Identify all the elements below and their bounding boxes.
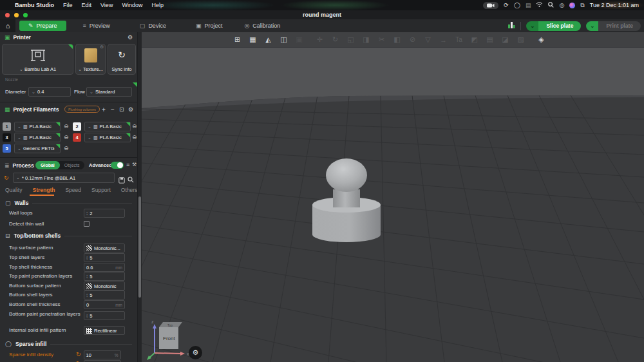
tab-others[interactable]: Others [116, 187, 137, 193]
save-preset-icon[interactable] [118, 175, 125, 186]
restart-icon[interactable]: ⟳ [504, 3, 509, 8]
filament-edit-icon[interactable]: ⊖ [64, 123, 69, 129]
advanced-toggle[interactable] [111, 162, 124, 169]
axis-z-label: z [151, 319, 154, 324]
view-list-icon[interactable]: ≡ [126, 162, 129, 168]
menu-view[interactable]: View [100, 2, 113, 8]
slice-plate-label: Slice plate [538, 21, 581, 31]
slice-plate-button[interactable]: ⌄ Slice plate [526, 21, 581, 31]
top-surface-pattern-dropdown[interactable]: Monotonic... [84, 243, 125, 252]
auto-orient-icon[interactable]: ◭ [263, 34, 274, 45]
scene-canvas[interactable]: z x Top Front [142, 32, 644, 362]
menu-clock[interactable]: Tue 2 Dec 1:01 am [590, 2, 639, 8]
top-shell-thickness-input[interactable]: 0.6 mm [84, 263, 125, 272]
assembly-view-icon[interactable]: ◈ [536, 34, 547, 45]
sync-info-card[interactable]: ↻ Sync info [108, 44, 136, 75]
menu-edit[interactable]: Edit [82, 2, 92, 8]
printer-settings-gear-icon[interactable]: ⚙ [128, 34, 133, 41]
bottom-paint-layers-spinner[interactable]: ˄˅ 5 [84, 311, 125, 320]
plate-settings-button[interactable]: ⚙ [189, 346, 202, 359]
wifi-icon[interactable] [536, 2, 543, 8]
scope-objects[interactable]: Objects [60, 163, 84, 167]
record-target-icon[interactable]: ◎ [559, 3, 564, 8]
tab-quality[interactable]: Quality [0, 187, 27, 193]
preset-reset-icon[interactable]: ↻ [4, 175, 9, 181]
sparse-density-reset-icon[interactable]: ↻ [76, 351, 81, 357]
plate-info-icon[interactable]: ⊙ [100, 44, 104, 50]
search-setting-icon[interactable] [128, 174, 134, 186]
export-filaments-icon[interactable]: ⊡ [119, 104, 124, 115]
home-button[interactable]: ⌂ [0, 19, 15, 32]
menu-file[interactable]: File [63, 2, 73, 8]
spool-icon: ▥ [23, 135, 28, 140]
tab-device[interactable]: ▢ Device [132, 21, 174, 30]
menu-help[interactable]: Help [151, 2, 164, 8]
menu-window[interactable]: Window [122, 2, 142, 8]
plate-stats-icon[interactable] [507, 20, 515, 32]
scrollbar-thumb[interactable] [138, 196, 141, 298]
filament-edit-icon[interactable]: ⊖ [132, 134, 137, 140]
spinner-arrows-icon[interactable]: ˄˅ [86, 293, 88, 297]
internal-solid-pattern-dropdown[interactable]: Rectilinear [84, 326, 125, 335]
tab-calibration[interactable]: ◎ Calibration [236, 21, 288, 30]
filament-edit-icon[interactable]: ⊖ [132, 123, 137, 129]
viewport-3d[interactable]: ⊞ ▦ ◭ ◫ ▣ ✛ ↻ ◱ ◨ ✂ ◧ ⊘ ▽ → Ta ◩ ▤ ◪ ▨ ◈ [142, 32, 644, 362]
minimize-window-button[interactable] [14, 13, 19, 17]
tab-label: Calibration [252, 23, 280, 29]
filament-settings-gear-icon[interactable]: ⚙ [128, 104, 133, 115]
close-window-button[interactable] [5, 13, 10, 17]
add-plate-icon[interactable]: ▦ [247, 34, 258, 45]
detect-thin-wall-checkbox[interactable] [84, 221, 90, 227]
tab-project[interactable]: ▣ Project [188, 21, 231, 30]
tab-prepare[interactable]: ✎ Prepare [19, 21, 66, 31]
scope-global[interactable]: Global [35, 161, 60, 169]
filament-edit-icon[interactable]: ⊖ [64, 134, 69, 140]
display-icon[interactable]: ▤ [526, 3, 531, 8]
siri-icon[interactable] [569, 3, 575, 8]
spinner-arrows-icon[interactable]: ˄˅ [86, 211, 88, 215]
filament-dropdown-3[interactable]: ⌄▥ PLA Basic [14, 133, 61, 142]
process-scope-toggle[interactable]: Global Objects [35, 161, 84, 169]
process-preset-dropdown[interactable]: ⌄ * 0.12mm Fine @BBL A1 [13, 173, 115, 183]
do-not-disturb-icon[interactable]: ◯ [514, 3, 520, 8]
bottom-shell-layers-spinner[interactable]: ˄˅ 5 [84, 291, 125, 300]
bottom-shell-thickness-input[interactable]: 0 mm [84, 300, 125, 309]
printer-name: Bambu Lab A1 [24, 66, 56, 72]
build-plate-card[interactable]: ⊙ ⌄ Texture... [75, 44, 106, 75]
filament-dropdown-2[interactable]: ⌄▥ PLA Basic [84, 122, 131, 131]
arrange-icon[interactable]: ◫ [278, 34, 289, 45]
app-menu[interactable]: Bambu Studio [15, 2, 54, 8]
control-center-icon[interactable]: ⧉ [580, 3, 584, 8]
sparse-density-input[interactable]: 10 % [84, 350, 121, 359]
tab-support[interactable]: Support [86, 187, 116, 193]
zoom-window-button[interactable] [23, 13, 28, 17]
top-paint-layers-spinner[interactable]: ˄˅ 5 [84, 272, 125, 281]
bottom-surface-pattern-dropdown[interactable]: Monotonic [84, 281, 125, 291]
wall-loops-spinner[interactable]: ˄˅ 2 [84, 209, 125, 218]
spinner-arrows-icon[interactable]: ˄˅ [86, 256, 88, 260]
flow-dropdown[interactable]: ⌄ Standard [86, 87, 132, 97]
diameter-dropdown[interactable]: ⌄ 0.4 [28, 87, 71, 97]
process-tools-icon[interactable]: ⚒ [132, 162, 137, 167]
filament-dropdown-5[interactable]: ⌄ Generic PETG [14, 144, 61, 153]
slice-dropdown-icon[interactable]: ⌄ [526, 21, 538, 31]
printer-select-card[interactable]: ⌄ Bambu Lab A1 [2, 44, 73, 75]
search-icon[interactable] [548, 2, 554, 9]
filament-edit-icon[interactable]: ⊖ [64, 145, 69, 151]
spinner-arrows-icon[interactable]: ˄˅ [86, 274, 88, 278]
spinner-arrows-icon[interactable]: ˄˅ [86, 314, 88, 318]
filament-dropdown-1[interactable]: ⌄▥ PLA Basic [14, 122, 61, 131]
top-shell-layers-spinner[interactable]: ˄˅ 5 [84, 253, 125, 262]
add-filament-button[interactable]: + [102, 104, 106, 115]
setting-label: Top shell thickness [9, 263, 81, 271]
flushing-volumes-button[interactable]: Flushing volumes [64, 106, 100, 113]
filament-dropdown-4[interactable]: ⌄▥ PLA Basic [84, 133, 131, 142]
tab-preview[interactable]: ≡ Preview [75, 21, 118, 30]
tab-strength[interactable]: Strength [27, 187, 60, 193]
shells-group-header: ⊟ Top/bottom shells [5, 233, 132, 239]
add-object-icon[interactable]: ⊞ [232, 34, 243, 45]
screen-record-icon[interactable] [483, 2, 498, 9]
print-dropdown-icon[interactable]: ⌄ [586, 21, 598, 31]
remove-filament-button[interactable]: − [111, 104, 115, 115]
tab-speed[interactable]: Speed [60, 187, 86, 193]
